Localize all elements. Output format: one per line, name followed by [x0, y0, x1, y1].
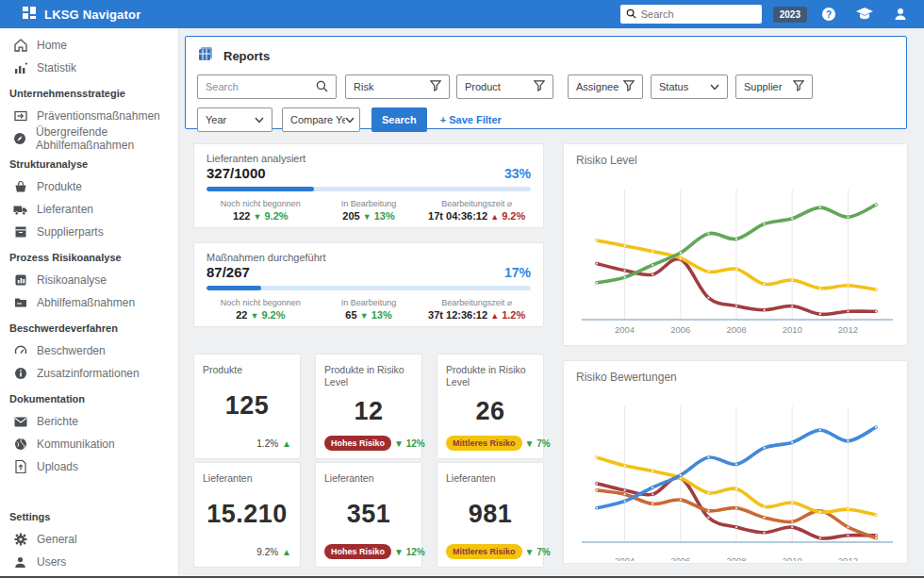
- kpi-substat: In Bearbeitung 205 ▼ 13%: [315, 199, 423, 222]
- sidebar-item-berichte[interactable]: Berichte: [0, 410, 178, 433]
- chevron-down-icon: [710, 81, 719, 92]
- sidebar-item-lieferanten[interactable]: Lieferanten: [0, 198, 178, 221]
- logo-grid-icon: [23, 6, 37, 24]
- svg-text:2012: 2012: [838, 555, 858, 561]
- filter-supplier[interactable]: Supplier: [735, 74, 813, 99]
- sidebar-item-beschwerden[interactable]: Beschwerden: [0, 339, 178, 362]
- sidebar-item-uebergreifende-abhilfemassnahmen[interactable]: Übergreifende Abhilfemaßnahmen: [0, 127, 178, 150]
- academy-icon[interactable]: [850, 4, 879, 25]
- stat-value: 351: [324, 485, 413, 544]
- year-badge[interactable]: 2023: [773, 7, 807, 23]
- top-header: LKSG Navigator 2023 ?: [0, 0, 924, 28]
- search-button[interactable]: Search: [371, 107, 427, 132]
- sidebar-item-risikoanalyse[interactable]: Risikoanalyse: [0, 269, 178, 291]
- stat-cards-grid: Produkte 125 1.2%▲ Produkte in Risiko Le…: [193, 354, 544, 568]
- kpi-substat: In Bearbeitung 65 ▼ 13%: [315, 298, 423, 321]
- gear-icon: [13, 533, 27, 547]
- risk-badge: Mittleres Risiko: [446, 544, 522, 559]
- help-icon[interactable]: ?: [815, 4, 843, 25]
- sidebar-item-produkte[interactable]: Produkte: [0, 175, 178, 198]
- progress-bar: [206, 187, 531, 191]
- sidebar-section-prozess-risikoanalyse: Prozess Risikoanalyse: [0, 243, 178, 269]
- stat-value: 12: [324, 388, 413, 436]
- app-logo[interactable]: LKSG Navigator: [23, 6, 140, 24]
- stat-value: 125: [203, 376, 291, 436]
- stat-card-produkte-mittleres-risiko: Produkte in Risiko Level 26 Mittleres Ri…: [437, 354, 544, 459]
- home-icon: [13, 39, 27, 53]
- upload-file-icon: [13, 460, 27, 474]
- kpi-value: 327/1000: [206, 165, 266, 181]
- sidebar-item-abhilfemassnahmen[interactable]: Abhilfemaßnahmen: [0, 291, 178, 314]
- svg-text:2006: 2006: [670, 324, 690, 335]
- svg-text:2004: 2004: [615, 555, 635, 561]
- sidebar-item-zusatzinformationen[interactable]: Zusatzinformationen: [0, 362, 178, 385]
- reports-icon: [197, 45, 214, 66]
- risk-badge: Hohes Risiko: [324, 544, 391, 559]
- filter-status[interactable]: Status: [651, 74, 728, 99]
- filter-risk[interactable]: Risk: [345, 74, 450, 99]
- funnel-icon: [793, 80, 804, 93]
- svg-text:2010: 2010: [783, 555, 802, 561]
- sidebar-item-home[interactable]: Home: [0, 34, 178, 57]
- kpi-substat: Noch nicht begonnen 122 ▼ 9.2%: [206, 199, 315, 222]
- globe-icon: [13, 438, 27, 452]
- filter-assignee[interactable]: Assignee: [568, 74, 643, 99]
- sidebar-section-settings: Settings: [0, 503, 178, 528]
- sidebar-item-supplierparts[interactable]: Supplierparts: [0, 221, 178, 243]
- svg-text:2006: 2006: [670, 555, 690, 561]
- stat-card-produkte-hohes-risiko: Produkte in Risiko Level 12 Hohes Risiko…: [315, 354, 422, 459]
- filter-year[interactable]: Year: [197, 107, 272, 132]
- kpi-percent: 33%: [504, 166, 531, 181]
- sidebar-item-statistik[interactable]: Statistik: [0, 57, 178, 79]
- kpi-substat: Noch nicht begonnen 22 ▼ 9.2%: [206, 298, 315, 321]
- reports-title: Reports: [223, 49, 270, 63]
- svg-text:?: ?: [826, 9, 832, 20]
- filter-product[interactable]: Product: [456, 74, 553, 99]
- mail-icon: [13, 415, 27, 429]
- sidebar-item-kommunikation[interactable]: Kommunikation: [0, 433, 178, 455]
- filter-compare-year[interactable]: Compare Year: [282, 107, 360, 132]
- sidebar-item-uploads[interactable]: Uploads: [0, 455, 178, 478]
- app-window: LKSG Navigator 2023 ? Home Statistik: [0, 0, 924, 578]
- kpi-title: Maßnahmen durchgeführt: [206, 252, 531, 263]
- kpi-substat: Bearbeitungszeit ⌀ 17t 04:36:12 ▲ 9.2%: [422, 199, 531, 222]
- chevron-down-icon: [255, 114, 264, 125]
- chart-title: Risiko Bewertungen: [576, 371, 895, 384]
- funnel-icon: [534, 80, 545, 93]
- reports-panel: Reports Search Risk Product Assignee: [185, 36, 907, 129]
- truck-icon: [13, 203, 27, 217]
- global-search-input[interactable]: [641, 8, 745, 20]
- stat-value: 981: [446, 485, 535, 544]
- filter-search-input[interactable]: Search: [197, 74, 337, 99]
- kpi-title: Lieferanten analysiert: [206, 153, 531, 164]
- kpi-card-lieferanten-analysiert: Lieferanten analysiert 327/1000 33% Noch…: [193, 143, 544, 228]
- progress-bar: [206, 286, 531, 290]
- sidebar-section-beschwerdeverfahren: Beschwerdeverfahren: [0, 314, 178, 339]
- app-title: LKSG Navigator: [44, 8, 140, 22]
- risk-badge: Hohes Risiko: [324, 436, 391, 451]
- sidebar-item-users[interactable]: Users: [0, 551, 178, 573]
- save-filter-link[interactable]: + Save Filter: [440, 114, 502, 125]
- user-icon[interactable]: [886, 4, 915, 25]
- main-content: Reports Search Risk Product Assignee: [179, 28, 924, 578]
- gauge-icon: [13, 344, 27, 358]
- svg-text:2008: 2008: [726, 555, 746, 561]
- funnel-icon: [430, 80, 441, 93]
- sidebar-section-strukturanalyse: Strukturanalyse: [0, 150, 178, 175]
- funnel-icon: [623, 80, 635, 93]
- stat-card-lieferanten: Lieferanten 15.210 9.2%▲: [193, 462, 301, 568]
- sidebar-item-general[interactable]: General: [0, 528, 178, 551]
- info-icon: [13, 367, 27, 381]
- chart-card-risiko-level: Risiko Level 20042006200820102012: [563, 143, 908, 346]
- stat-card-lieferanten-mittleres-risiko: Lieferanten 981 Mittleres Risiko ▼ 7%: [437, 462, 544, 568]
- stat-value: 26: [446, 388, 535, 436]
- sidebar: Home Statistik Unternehmensstrategie Prä…: [0, 28, 179, 578]
- sidebar-item-praeventionsmassnahmen[interactable]: Präventionsmaßnahmen: [0, 105, 178, 127]
- svg-text:2012: 2012: [838, 324, 858, 335]
- statistics-icon: [13, 61, 27, 75]
- chart-square-icon: [13, 273, 27, 288]
- global-search[interactable]: [620, 5, 762, 24]
- search-icon: [316, 80, 328, 94]
- kpi-percent: 17%: [504, 265, 531, 280]
- progress-bar-fill: [206, 286, 261, 290]
